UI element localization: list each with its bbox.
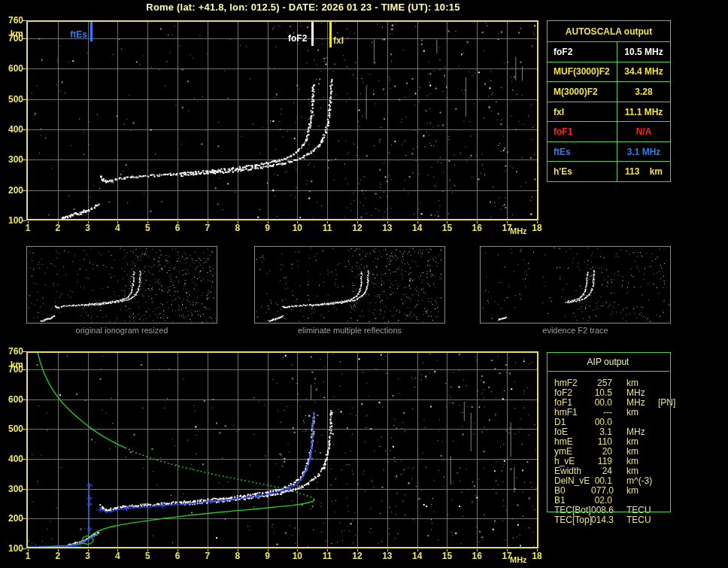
aip-row-hmE: hmE110km [554, 437, 723, 447]
plot1-x-tick-label: 16 [467, 551, 487, 561]
autoscala-row-foF1: foF1N/A [548, 122, 670, 142]
thumbnail-caption-evidence: evidence F2 trace [481, 326, 669, 335]
aip-unit: km [626, 486, 658, 496]
autoscala-param-label: M(3000)F2 [548, 82, 617, 102]
autoscala-param-value: 34.4 MHz [617, 62, 670, 82]
autoscala-row-MUF3000F2: MUF(3000)F234.4 MHz [548, 62, 670, 83]
plot0-x-tick-label: 2 [48, 223, 68, 233]
plot0-y-tick-label: 760 [0, 15, 23, 26]
plot0-x-tick-label: 17 [497, 223, 517, 233]
aip-label: TEC[Top] [554, 515, 591, 525]
plot1-y-tick-label: 500 [0, 424, 23, 434]
autoscala-param-label: ftEs [548, 142, 617, 162]
autoscala-param-label: foF2 [548, 42, 617, 62]
aip-row-TECTop: TEC[Top]014.3TECU [554, 515, 723, 525]
plot1-x-tick-label: 13 [378, 551, 397, 561]
autoscala-table-title: AUTOSCALA output [548, 21, 670, 42]
autoscala-row-hEs: h'Es113 km [548, 162, 670, 181]
plot0-x-tick-label: 10 [287, 223, 307, 233]
plot0-x-tick-label: 14 [408, 223, 427, 233]
autoscala-param-label: fxI [548, 102, 617, 122]
plot0-x-tick-label: 7 [198, 223, 217, 233]
plot0-x-tick-label: 6 [168, 223, 187, 233]
autoscala-app-window: Rome (lat: +41.8, lon: 012.5) - DATE: 20… [0, 0, 728, 568]
plot1-y-tick-label: 760 [0, 346, 23, 357]
plot1-y-tick-label: 700 [0, 364, 23, 375]
autoscala-param-label: h'Es [548, 162, 617, 181]
plot1-x-tick-label: 10 [287, 551, 307, 561]
plot0-x-tick-label: 11 [317, 223, 337, 233]
aip-val: 014.3 [591, 515, 612, 525]
plot1-x-tick-label: 4 [108, 551, 127, 561]
plot1-x-tick-label: 17 [497, 551, 517, 561]
aip-unit: TECU [626, 515, 658, 525]
plot1-x-tick-label: 6 [168, 551, 187, 561]
aip-row-ymE: ymE20km [554, 447, 723, 457]
aip-row-foE: foE3.1MHz [554, 427, 723, 437]
plot1-x-tick-label: 5 [138, 551, 157, 561]
aip-unit: km [626, 408, 658, 418]
plot0-x-tick-label: 13 [378, 223, 397, 233]
plot1-x-tick-label: 8 [228, 551, 247, 561]
plot0-y-tick-label: 100 [0, 215, 23, 226]
aip-note: [PN] [658, 398, 675, 408]
plot0-x-tick-label: 15 [437, 223, 457, 233]
plot0-y-tick-label: 600 [0, 63, 23, 74]
autoscala-param-value: 11.1 MHz [617, 102, 670, 122]
aip-table-title: AIP output [547, 352, 669, 372]
plot0-x-tick-label: 8 [228, 223, 247, 233]
aip-row-foF1: foF100.0MHz[PN] [554, 398, 723, 408]
thumbnail-caption-eliminate: eliminate multiple reflections [256, 326, 444, 335]
plot0-x-tick-label: 4 [108, 223, 127, 233]
autoscala-output-table: AUTOSCALA output foF210.5 MHzMUF(3000)F2… [547, 20, 671, 182]
autoscala-param-value: 113 km [617, 162, 670, 181]
autoscala-param-value: 3.1 MHz [617, 142, 670, 162]
plot0-x-tick-label: 16 [467, 223, 487, 233]
autoscala-param-value: N/A [617, 122, 670, 141]
marker-label-fxI: fxI [333, 35, 344, 46]
autoscala-row-M3000F2: M(3000)F23.28 [548, 82, 670, 102]
autoscala-row-fxI: fxI11.1 MHz [548, 102, 670, 123]
plot1-y-tick-label: 300 [0, 484, 23, 494]
plot1-x-tick-label: 14 [408, 551, 427, 561]
marker-label-foF2: foF2 [288, 33, 307, 44]
plot1-y-tick-label: 200 [0, 513, 23, 524]
plot1-x-tick-label: 12 [347, 551, 367, 561]
plot1-x-tick-label: 15 [437, 551, 457, 561]
autoscala-param-label: MUF(3000)F2 [548, 62, 617, 82]
autoscala-row-foF2: foF210.5 MHz [548, 42, 670, 62]
aip-output-rows: hmF2257kmfoF210.5MHzfoF100.0MHz[PN]hmF1-… [554, 378, 723, 525]
plot0-y-tick-label: 300 [0, 154, 23, 165]
autoscala-param-value: 10.5 MHz [617, 42, 670, 62]
autoscala-row-ftEs: ftEs3.1 MHz [548, 142, 670, 163]
plot1-x-tick-label: 3 [78, 551, 98, 561]
marker-label-ftEs: ftEs [51, 29, 87, 40]
plot1-x-tick-label: 18 [527, 551, 547, 561]
plot0-x-tick-label: 9 [258, 223, 278, 233]
plot0-x-tick-label: 18 [527, 223, 547, 233]
autoscala-param-value: 3.28 [617, 82, 670, 102]
aip-row-DelNvE: DelN_vE00.1m^(-3) [554, 476, 723, 486]
plot1-y-tick-label: 400 [0, 454, 23, 464]
plot1-x-tick-label: 11 [317, 551, 337, 561]
plot1-x-tick-label: 2 [48, 551, 68, 561]
autoscala-param-label: foF1 [548, 122, 617, 141]
aip-row-B0: B0077.0km [554, 486, 723, 496]
plot0-y-tick-label: 200 [0, 185, 23, 196]
thumbnail-caption-original: original ionogram resized [28, 326, 216, 335]
plot0-y-tick-label: 700 [0, 33, 23, 44]
page-title: Rome (lat: +41.8, lon: 012.5) - DATE: 20… [0, 2, 606, 13]
plot0-y-tick-label: 500 [0, 94, 23, 105]
plot0-x-tick-label: 5 [138, 223, 157, 233]
plot0-x-tick-label: 12 [347, 223, 367, 233]
plot0-y-tick-label: 400 [0, 124, 23, 135]
plot1-x-tick-label: 7 [198, 551, 217, 561]
aip-row-hmF1: hmF1---km [554, 408, 723, 418]
plot0-x-tick-label: 3 [78, 223, 98, 233]
plot1-y-tick-label: 100 [0, 543, 23, 554]
plot1-y-tick-label: 600 [0, 394, 23, 405]
plot1-x-tick-label: 9 [258, 551, 278, 561]
